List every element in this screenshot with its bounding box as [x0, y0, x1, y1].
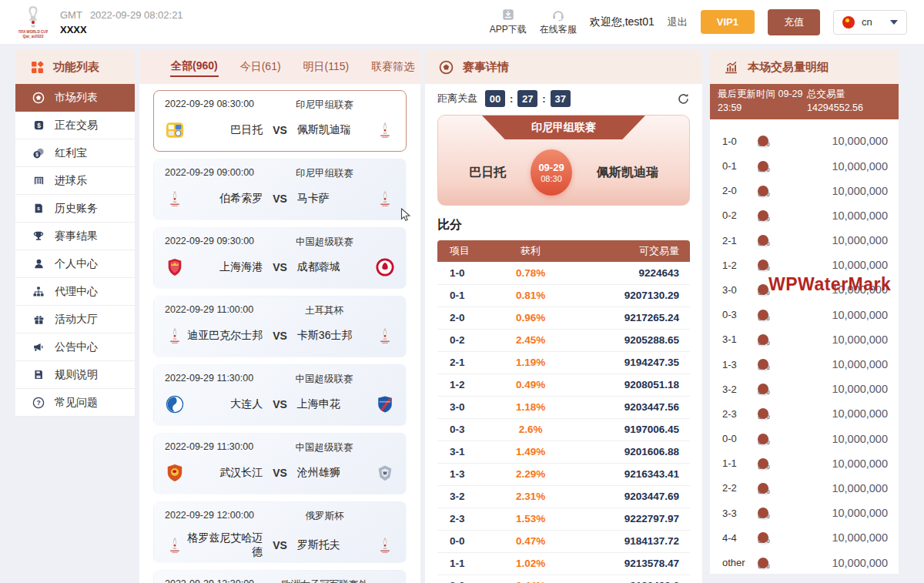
- match-card[interactable]: 2022-09-29 09:00:00印尼甲组联赛伯希索罗VS马卡萨: [153, 159, 407, 220]
- score-row[interactable]: 1-11.02%9213578.47: [437, 552, 690, 575]
- logout-link[interactable]: 退出: [668, 15, 688, 29]
- score-profit: 0.44%: [501, 575, 560, 583]
- match-card[interactable]: 2022-09-29 12:00:00俄罗斯杯格罗兹尼艾哈迈德VS罗斯托夫: [153, 501, 407, 563]
- match-datetime-badge: 09-29 08:30: [531, 149, 572, 196]
- score-row[interactable]: 3-22.31%9203447.69: [437, 485, 690, 508]
- online-service-label: 在线客服: [540, 23, 577, 36]
- volume-bar-wrap: 8%: [758, 161, 829, 172]
- score-row[interactable]: 3-01.18%9203447.56: [437, 396, 690, 418]
- total-volume-label: 总交易量: [807, 87, 891, 101]
- sidebar-item-user[interactable]: 个人中心: [15, 250, 135, 278]
- match-time: 2022-09-29 11:30:00: [165, 373, 253, 386]
- match-league: 中国超级联赛: [253, 373, 395, 386]
- score-profit: 0.47%: [501, 530, 560, 552]
- volume-bar-wrap: 8%: [758, 359, 829, 370]
- match-card[interactable]: 2022-09-29 12:30:00欧洲女子冠军联赛外: [153, 570, 407, 583]
- score-row[interactable]: 1-00.78%9224643: [437, 262, 690, 284]
- match-detail-panel: 赛事详情 距离关盘 00 : 27 : 37 印尼甲组联赛 巴: [425, 50, 702, 583]
- countdown-separator: :: [510, 93, 513, 105]
- score-row[interactable]: 2-11.19%9194247.35: [437, 351, 690, 374]
- score-profit: 0.96%: [501, 307, 560, 329]
- score-row[interactable]: 1-32.29%9216343.41: [437, 463, 690, 485]
- sidebar-item-label: 代理中心: [55, 285, 98, 299]
- score-col-item: 项目: [437, 240, 501, 262]
- match-card[interactable]: 2022-09-29 11:30:00中国超级联赛大连人VS上海申花: [153, 364, 407, 426]
- language-selector[interactable]: cn: [833, 10, 907, 35]
- volume-bar-wrap: 8%: [758, 334, 829, 345]
- volume-row-label: 0-1: [722, 160, 758, 172]
- volume-row: 0-08%10,000,000: [722, 427, 888, 451]
- score-row[interactable]: 1-20.49%9208051.18: [437, 374, 690, 396]
- score-item: 2-1: [437, 351, 501, 374]
- score-row[interactable]: 2-31.53%9222797.97: [437, 508, 690, 530]
- svg-text:Qat_ar2022: Qat_ar2022: [23, 33, 44, 38]
- sidebar-item-soccer[interactable]: 市场列表: [15, 84, 135, 112]
- sidebar-item-goal[interactable]: 进球乐: [15, 167, 135, 195]
- score-col-volume: 可交易量: [560, 240, 690, 262]
- score-item: 0-2: [437, 329, 501, 351]
- sidebar-item-coins[interactable]: $红利宝: [15, 139, 135, 167]
- home-team-name: 巴日托: [185, 123, 273, 137]
- download-icon: [501, 8, 515, 22]
- volume-bar-dot: [758, 359, 768, 370]
- score-row[interactable]: 2-00.96%9217265.24: [437, 307, 690, 329]
- home-team-name: 大连人: [185, 397, 273, 411]
- sidebar-item-sitemap[interactable]: 代理中心: [15, 278, 135, 306]
- sidebar-item-label: 规则说明: [55, 368, 98, 382]
- countdown-row: 距离关盘 00 : 27 : 37: [437, 90, 690, 107]
- app-download-button[interactable]: APP下载: [490, 8, 527, 36]
- match-tab-0[interactable]: 全部(960): [170, 57, 219, 77]
- score-table: 项目 获利 可交易量 1-00.78%92246430-10.81%920713…: [437, 240, 690, 583]
- match-card[interactable]: 2022-09-29 11:00:00土耳其杯迪亚巴克尔士邦VS卡斯36士邦: [153, 296, 407, 357]
- banner-away-team: 佩斯凯迪瑞: [597, 165, 658, 181]
- away-team-name: 罗斯托夫: [287, 538, 375, 552]
- recharge-button[interactable]: 充值: [768, 9, 820, 35]
- volume-row-label: 1-0: [722, 136, 758, 147]
- online-service-button[interactable]: 在线客服: [540, 8, 577, 36]
- volume-bar-wrap: 8%: [758, 186, 829, 196]
- volume-bar-wrap: 8%: [758, 483, 829, 494]
- volume-row-amount: 10,000,000: [829, 135, 888, 147]
- team-logo-away: [375, 120, 395, 140]
- match-time: 2022-09-29 11:00:00: [165, 304, 253, 317]
- score-row[interactable]: 0-00.47%9184137.72: [437, 530, 690, 552]
- match-league: 印尼甲组联赛: [254, 167, 395, 180]
- score-row[interactable]: 0-32.6%9197006.45: [437, 418, 690, 441]
- score-section-heading: 比分: [437, 217, 690, 233]
- sidebar-item-ledger[interactable]: $历史账务: [15, 195, 135, 223]
- sidebar-item-book[interactable]: 规则说明: [15, 361, 135, 389]
- score-row[interactable]: 0-10.81%9207130.29: [437, 284, 690, 307]
- match-card[interactable]: 2022-09-29 08:30:00印尼甲组联赛巴日托VS佩斯凯迪瑞: [153, 90, 407, 152]
- score-row[interactable]: 2-20.44%9192498.6: [437, 575, 690, 583]
- sidebar-item-label: 正在交易: [55, 119, 98, 132]
- volume-bar-wrap: 8%: [758, 508, 829, 518]
- watermark: WPWaterMark: [768, 274, 891, 295]
- countdown-hours: 00: [485, 90, 505, 107]
- sidebar-item-trophy[interactable]: 赛事结果: [15, 223, 135, 250]
- match-tab-3[interactable]: 联赛筛选: [370, 58, 415, 76]
- volume-row-label: 2-3: [722, 408, 758, 420]
- home-team-name: 迪亚巴克尔士邦: [185, 329, 273, 343]
- volume-row-label: 3-0: [722, 284, 758, 296]
- score-row[interactable]: 3-11.49%9201606.88: [437, 441, 690, 463]
- score-row[interactable]: 0-22.45%9205288.65: [437, 329, 690, 351]
- score-volume: 9208051.18: [560, 374, 690, 396]
- soccer-ball-icon: [439, 60, 454, 75]
- sidebar-item-dollar[interactable]: $正在交易: [15, 112, 135, 139]
- sidebar-item-gift[interactable]: 活动大厅: [15, 306, 135, 333]
- sidebar-item-megaphone[interactable]: 公告中心: [15, 333, 135, 361]
- dollar-icon: $: [32, 119, 45, 131]
- match-card[interactable]: 2022-09-29 11:30:00中国超级联赛武汉长江VS沧州雄狮: [153, 433, 407, 494]
- match-tab-2[interactable]: 明日(115): [303, 58, 350, 76]
- refresh-icon[interactable]: [677, 92, 690, 106]
- match-card[interactable]: 2022-09-29 09:30:00中国超级联赛上海海港VS成都蓉城: [153, 227, 407, 289]
- score-volume: 9207130.29: [560, 284, 690, 307]
- sidebar-item-question[interactable]: ?常见问题: [15, 389, 135, 417]
- vip-badge[interactable]: VIP1: [701, 10, 755, 34]
- score-profit: 2.31%: [501, 485, 560, 508]
- detail-panel-title: 赛事详情: [463, 60, 509, 75]
- sidebar-item-label: 公告中心: [55, 340, 98, 354]
- cn-flag-icon: [842, 16, 855, 28]
- match-tab-1[interactable]: 今日(61): [239, 58, 282, 76]
- volume-row-amount: 10,000,000: [829, 531, 888, 544]
